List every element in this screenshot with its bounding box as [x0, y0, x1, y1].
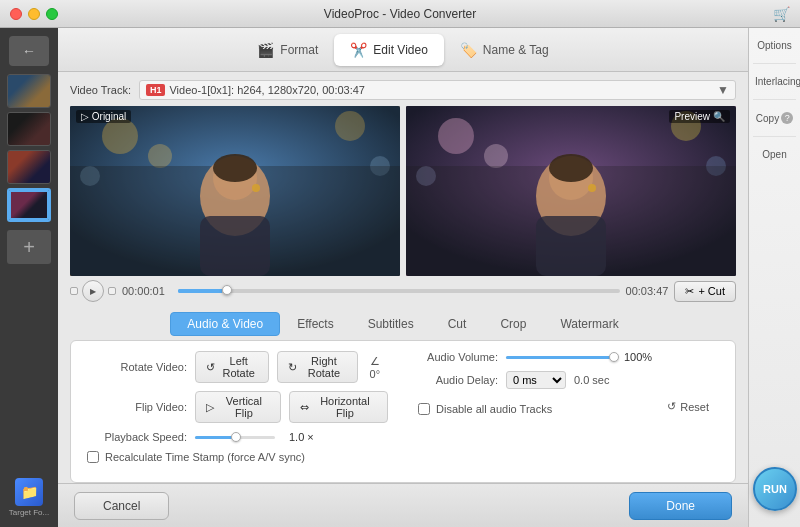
watermark-tab-label: Watermark — [560, 317, 618, 331]
svg-point-4 — [335, 111, 365, 141]
close-button[interactable] — [10, 8, 22, 20]
left-rotate-label: Left Rotate — [219, 355, 258, 379]
maximize-button[interactable] — [46, 8, 58, 20]
horizontal-flip-button[interactable]: ⇔ Horizontal Flip — [289, 391, 388, 423]
audio-video-tab-label: Audio & Video — [187, 317, 263, 331]
tab-effects[interactable]: Effects — [280, 312, 350, 336]
open-label: Open — [762, 149, 786, 160]
tab-audio-video[interactable]: Audio & Video — [170, 312, 280, 336]
target-label: Target Fo... — [9, 508, 49, 517]
video-track-bar: Video Track: H1 Video-1[0x1]: h264, 1280… — [70, 80, 736, 100]
controls-left-col: Rotate Video: ↺ Left Rotate ↻ Right Rota… — [87, 351, 388, 463]
options-item[interactable]: Options — [753, 36, 796, 55]
run-button[interactable]: RUN — [753, 467, 797, 511]
tab-format-label: Format — [280, 43, 318, 57]
interlacing-item[interactable]: Interlacing — [753, 72, 796, 91]
options-label: Options — [757, 40, 791, 51]
tab-cut[interactable]: Cut — [431, 312, 484, 336]
copy-label: Copy — [756, 113, 779, 124]
thumbnail-2[interactable] — [7, 112, 51, 146]
controls-two-col: Rotate Video: ↺ Left Rotate ↻ Right Rota… — [87, 351, 719, 463]
content-area: 🎬 Format ✂️ Edit Video 🏷️ Name & Tag Vid… — [58, 28, 748, 527]
target-folder[interactable]: 📁 Target Fo... — [7, 475, 51, 519]
edit-video-icon: ✂️ — [350, 42, 367, 58]
time-start: 00:00:01 — [122, 285, 172, 297]
play-button[interactable]: ▶ — [82, 280, 104, 302]
video-track-label: Video Track: — [70, 84, 131, 96]
frame-forward-icon[interactable] — [108, 287, 116, 295]
open-item[interactable]: Open — [753, 145, 796, 164]
main-wrapper: ← + 📁 Target Fo... 🎬 Format ✂️ — [0, 28, 800, 527]
timeline-slider[interactable] — [178, 289, 620, 293]
vertical-flip-label: Vertical Flip — [218, 395, 270, 419]
video-art-1 — [70, 106, 400, 276]
speed-row: Playback Speed: 1.0 × — [87, 431, 388, 443]
cut-button[interactable]: ✂ + Cut — [674, 281, 736, 302]
svg-rect-23 — [536, 216, 606, 276]
copy-item[interactable]: Copy ? — [753, 108, 796, 128]
cancel-button[interactable]: Cancel — [74, 492, 169, 520]
done-button[interactable]: Done — [629, 492, 732, 520]
volume-slider[interactable] — [506, 356, 616, 359]
right-rotate-button[interactable]: ↻ Right Rotate — [277, 351, 357, 383]
titlebar: VideoProc - Video Converter 🛒 — [0, 0, 800, 28]
recalculate-checkbox[interactable] — [87, 451, 99, 463]
subtitles-tab-label: Subtitles — [368, 317, 414, 331]
panel-tabs: Audio & Video Effects Subtitles Cut Crop… — [58, 306, 748, 340]
volume-row: Audio Volume: 100% — [418, 351, 719, 363]
cart-icon[interactable]: 🛒 — [773, 6, 790, 22]
thumbnail-4-active[interactable] — [7, 188, 51, 222]
volume-value: 100% — [624, 351, 652, 363]
add-file-button[interactable]: + — [7, 230, 51, 264]
tab-crop[interactable]: Crop — [483, 312, 543, 336]
disable-audio-label: Disable all audio Tracks — [436, 403, 552, 415]
app-title: VideoProc - Video Converter — [324, 7, 476, 21]
svg-rect-11 — [200, 216, 270, 276]
svg-point-21 — [549, 154, 593, 182]
tab-watermark[interactable]: Watermark — [543, 312, 635, 336]
delay-select[interactable]: 0 ms — [506, 371, 566, 389]
tab-subtitles[interactable]: Subtitles — [351, 312, 431, 336]
tab-edit-video[interactable]: ✂️ Edit Video — [334, 34, 444, 66]
vertical-flip-button[interactable]: ▷ Vertical Flip — [195, 391, 281, 423]
crop-tab-label: Crop — [500, 317, 526, 331]
svg-point-9 — [213, 154, 257, 182]
video-area: Video Track: H1 Video-1[0x1]: h264, 1280… — [58, 72, 748, 276]
thumbnail-3[interactable] — [7, 150, 51, 184]
delay-label: Audio Delay: — [418, 374, 498, 386]
right-panel: Options Interlacing Copy ? Open RUN — [748, 28, 800, 527]
reset-icon: ↺ — [667, 400, 676, 413]
sidebar: ← + 📁 Target Fo... — [0, 28, 58, 527]
bottom-bar: Cancel Done — [58, 483, 748, 527]
svg-point-2 — [148, 144, 172, 168]
recalculate-row: Recalculate Time Stamp (force A/V sync) — [87, 451, 388, 463]
tab-edit-video-label: Edit Video — [373, 43, 428, 57]
reset-label: Reset — [680, 401, 709, 413]
svg-point-14 — [484, 144, 508, 168]
frame-back-icon[interactable] — [70, 287, 78, 295]
video-frame-original — [70, 106, 400, 276]
left-rotate-button[interactable]: ↺ Left Rotate — [195, 351, 269, 383]
thumbnail-1[interactable] — [7, 74, 51, 108]
traffic-lights — [10, 8, 58, 20]
reset-button[interactable]: ↺ Reset — [657, 397, 719, 416]
video-track-info: H1 Video-1[0x1]: h264, 1280x720, 00:03:4… — [139, 80, 736, 100]
tab-name-tag-label: Name & Tag — [483, 43, 549, 57]
cut-icon: ✂ — [685, 285, 694, 298]
tab-name-tag[interactable]: 🏷️ Name & Tag — [444, 34, 565, 66]
video-previews: ▷ Original — [70, 106, 736, 276]
track-dropdown[interactable]: ▼ — [717, 83, 729, 97]
run-label: RUN — [763, 483, 787, 495]
vertical-flip-icon: ▷ — [206, 401, 214, 414]
minimize-button[interactable] — [28, 8, 40, 20]
cut-tab-label: Cut — [448, 317, 467, 331]
name-tag-icon: 🏷️ — [460, 42, 477, 58]
copy-help-icon: ? — [781, 112, 793, 124]
back-button[interactable]: ← — [9, 36, 49, 66]
tab-format[interactable]: 🎬 Format — [241, 34, 334, 66]
speed-slider[interactable] — [195, 436, 275, 439]
preview-original: ▷ Original — [70, 106, 400, 276]
disable-audio-row: Disable all audio Tracks — [418, 403, 552, 415]
flip-row: Flip Video: ▷ Vertical Flip ⇔ Horizontal… — [87, 391, 388, 423]
disable-audio-checkbox[interactable] — [418, 403, 430, 415]
